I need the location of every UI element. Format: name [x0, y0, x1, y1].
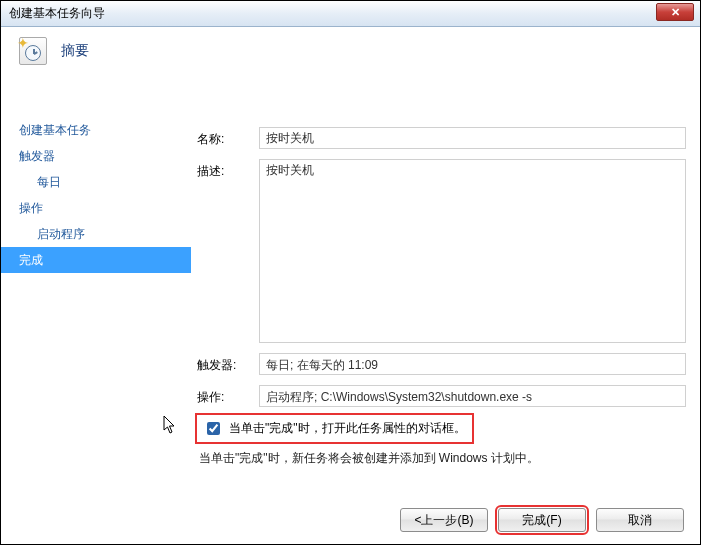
wizard-main: 名称: 描述: 触发器: 每日; 在每天的 11:09 操作: 启动程序; C:…: [197, 127, 686, 494]
window-title: 创建基本任务向导: [9, 5, 105, 22]
sidebar-item-finish[interactable]: 完成: [1, 247, 191, 273]
footer-note: 当单击"完成"时，新任务将会被创建并添加到 Windows 计划中。: [199, 450, 686, 467]
sidebar-item-start-program[interactable]: 启动程序: [1, 221, 191, 247]
trigger-label: 触发器:: [197, 353, 259, 374]
open-properties-checkbox[interactable]: [207, 422, 220, 435]
sidebar-item-daily[interactable]: 每日: [1, 169, 191, 195]
titlebar: 创建基本任务向导 ✕: [1, 1, 700, 27]
close-button[interactable]: ✕: [656, 3, 694, 21]
row-action: 操作: 启动程序; C:\Windows\System32\shutdown.e…: [197, 385, 686, 407]
page-heading: 摘要: [61, 42, 89, 60]
desc-label: 描述:: [197, 159, 259, 180]
row-description: 描述:: [197, 159, 686, 343]
sidebar-item-action[interactable]: 操作: [1, 195, 191, 221]
open-properties-row: 当单击"完成"时，打开此任务属性的对话框。: [199, 417, 470, 440]
back-button[interactable]: <上一步(B): [400, 508, 488, 532]
cancel-button[interactable]: 取消: [596, 508, 684, 532]
wizard-content: ✦ 摘要 创建基本任务 触发器 每日 操作 启动程序 完成 名称: 描述: 触发…: [1, 27, 700, 544]
desc-textarea[interactable]: [259, 159, 686, 343]
action-value: 启动程序; C:\Windows\System32\shutdown.exe -…: [259, 385, 686, 407]
wizard-header: ✦ 摘要: [19, 37, 89, 65]
row-name: 名称:: [197, 127, 686, 149]
close-icon: ✕: [671, 6, 680, 19]
sidebar-item-create-task[interactable]: 创建基本任务: [1, 117, 191, 143]
wizard-icon: ✦: [19, 37, 47, 65]
action-label: 操作:: [197, 385, 259, 406]
trigger-value: 每日; 在每天的 11:09: [259, 353, 686, 375]
button-bar: <上一步(B) 完成(F) 取消: [400, 508, 684, 532]
finish-button[interactable]: 完成(F): [498, 508, 586, 532]
name-label: 名称:: [197, 127, 259, 148]
wizard-sidebar: 创建基本任务 触发器 每日 操作 启动程序 完成: [1, 111, 191, 494]
row-trigger: 触发器: 每日; 在每天的 11:09: [197, 353, 686, 375]
open-properties-label: 当单击"完成"时，打开此任务属性的对话框。: [229, 420, 466, 437]
name-input[interactable]: [259, 127, 686, 149]
sidebar-item-trigger[interactable]: 触发器: [1, 143, 191, 169]
